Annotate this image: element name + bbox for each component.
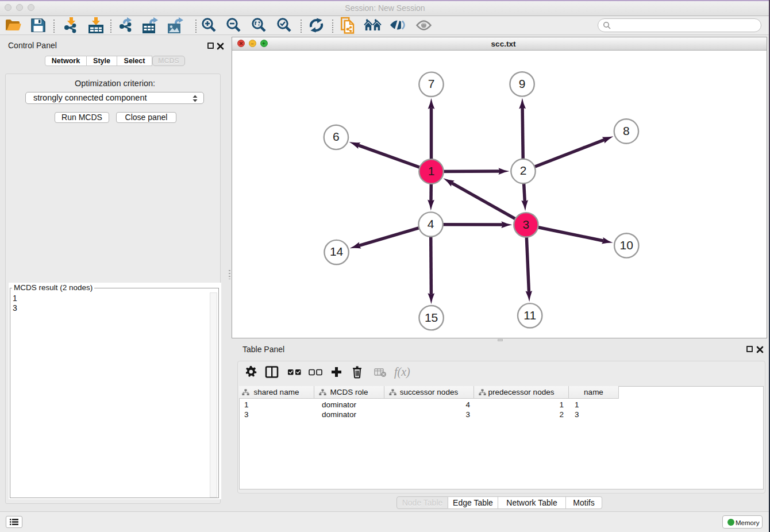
svg-text:14: 14 [330, 245, 344, 258]
svg-text:8: 8 [623, 124, 630, 137]
svg-text:11: 11 [523, 309, 536, 322]
svg-text:10: 10 [620, 238, 633, 252]
svg-text:2: 2 [520, 164, 527, 177]
svg-text:3: 3 [523, 218, 530, 231]
svg-text:1: 1 [428, 164, 435, 178]
svg-text:15: 15 [425, 311, 438, 324]
svg-text:4: 4 [428, 217, 434, 230]
svg-text:f(x): f(x) [394, 366, 410, 379]
svg-text:6: 6 [333, 130, 340, 143]
svg-text:9: 9 [519, 77, 526, 90]
svg-text:7: 7 [428, 77, 435, 90]
